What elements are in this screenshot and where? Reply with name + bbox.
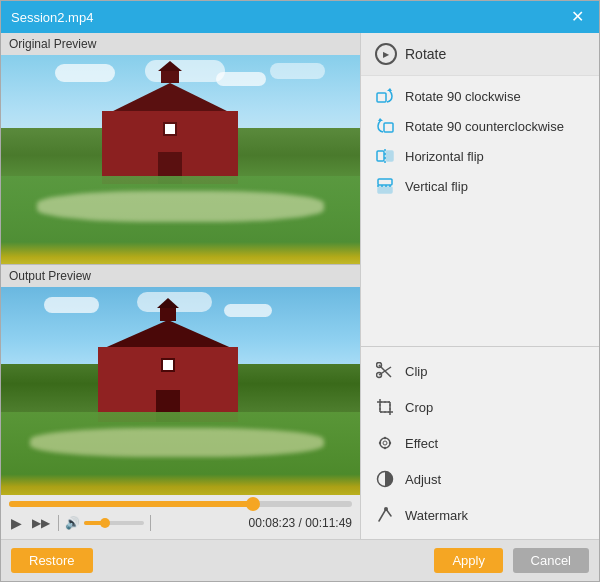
svg-line-11: [379, 367, 391, 375]
original-video-preview: [1, 55, 360, 264]
playback-controls: ▶ ▶▶ 🔊: [9, 513, 352, 533]
volume-fill: [84, 521, 105, 525]
progress-bar[interactable]: [9, 501, 352, 507]
fast-forward-button[interactable]: ▶▶: [30, 514, 52, 532]
original-preview-section: Original Preview: [1, 33, 360, 264]
close-button[interactable]: ✕: [566, 7, 589, 27]
progress-thumb: [246, 497, 260, 511]
v-flip-option[interactable]: Vertical flip: [375, 176, 585, 196]
crop-label: Crop: [405, 400, 433, 415]
watermark-tool[interactable]: Watermark: [361, 497, 599, 533]
rotate-header: Rotate: [361, 33, 599, 76]
adjust-tool[interactable]: Adjust: [361, 461, 599, 497]
output-preview-label: Output Preview: [1, 265, 360, 287]
svg-point-20: [379, 442, 381, 444]
rotate-header-icon: [375, 43, 397, 65]
total-time: 00:11:49: [305, 516, 352, 530]
h-flip-icon: [375, 148, 395, 164]
flowers-highlight: [37, 191, 324, 222]
clip-icon: [375, 361, 395, 381]
rotate-cw-icon: [375, 88, 395, 104]
crop-icon: [375, 397, 395, 417]
rotate-cw-option[interactable]: Rotate 90 clockwise: [375, 86, 585, 106]
effect-icon: [375, 433, 395, 453]
rotate-options: Rotate 90 clockwise Rotate 90 counterclo…: [361, 76, 599, 346]
effect-label: Effect: [405, 436, 438, 451]
output-barn-scene: [1, 287, 360, 496]
svg-rect-3: [386, 151, 393, 161]
clip-label: Clip: [405, 364, 427, 379]
original-preview-label: Original Preview: [1, 33, 360, 55]
svg-point-19: [384, 447, 386, 449]
window-title: Session2.mp4: [11, 10, 93, 25]
effect-tool[interactable]: Effect: [361, 425, 599, 461]
apply-button[interactable]: Apply: [434, 548, 503, 573]
restore-button[interactable]: Restore: [11, 548, 93, 573]
svg-rect-6: [378, 187, 392, 193]
svg-point-21: [389, 442, 391, 444]
separator-2: [150, 515, 151, 531]
barn-structure: [102, 111, 238, 184]
rotate-ccw-icon: [375, 118, 395, 134]
svg-rect-16: [380, 402, 390, 412]
progress-fill: [9, 501, 253, 507]
svg-rect-2: [377, 151, 384, 161]
main-content: Original Preview: [1, 33, 599, 539]
current-time: 00:08:23: [249, 516, 296, 530]
rotate-ccw-option[interactable]: Rotate 90 counterclockwise: [375, 116, 585, 136]
svg-rect-5: [378, 179, 392, 185]
main-window: Session2.mp4 ✕ Original Preview: [0, 0, 600, 582]
rotate-ccw-label: Rotate 90 counterclockwise: [405, 119, 564, 134]
svg-line-24: [379, 509, 386, 521]
controls-bar: ▶ ▶▶ 🔊: [1, 495, 360, 539]
h-flip-option[interactable]: Horizontal flip: [375, 146, 585, 166]
play-icon: ▶: [11, 515, 22, 531]
svg-point-22: [383, 441, 387, 445]
time-display: 00:08:23 / 00:11:49: [249, 516, 352, 530]
rotate-cw-label: Rotate 90 clockwise: [405, 89, 521, 104]
output-preview-section: Output Preview: [1, 265, 360, 496]
volume-icon: 🔊: [65, 516, 80, 530]
volume-control: 🔊: [65, 516, 144, 530]
volume-thumb: [100, 518, 110, 528]
flowers-highlight-2: [30, 428, 324, 457]
output-video-preview: [1, 287, 360, 496]
svg-point-26: [384, 507, 388, 511]
svg-point-18: [384, 437, 386, 439]
sidebar-tools: Clip Crop: [361, 346, 599, 539]
clip-tool[interactable]: Clip: [361, 353, 599, 389]
titlebar: Session2.mp4 ✕: [1, 1, 599, 33]
h-flip-label: Horizontal flip: [405, 149, 484, 164]
separator: [58, 515, 59, 531]
left-panel: Original Preview: [1, 33, 361, 539]
svg-point-17: [380, 438, 390, 448]
fast-forward-icon: ▶▶: [32, 516, 50, 530]
watermark-label: Watermark: [405, 508, 468, 523]
svg-rect-0: [377, 93, 386, 102]
right-panel: Rotate Rotate 90 clockwise: [361, 33, 599, 539]
v-flip-label: Vertical flip: [405, 179, 468, 194]
cancel-button[interactable]: Cancel: [513, 548, 589, 573]
v-flip-icon: [375, 178, 395, 194]
rotate-title: Rotate: [405, 46, 446, 62]
crop-tool[interactable]: Crop: [361, 389, 599, 425]
volume-slider[interactable]: [84, 521, 144, 525]
bottom-buttons: Restore Apply Cancel: [1, 539, 599, 581]
play-button[interactable]: ▶: [9, 513, 24, 533]
adjust-label: Adjust: [405, 472, 441, 487]
right-buttons: Apply Cancel: [434, 548, 589, 573]
original-barn-scene: [1, 55, 360, 264]
svg-rect-1: [384, 123, 393, 132]
watermark-icon: [375, 505, 395, 525]
adjust-icon: [375, 469, 395, 489]
